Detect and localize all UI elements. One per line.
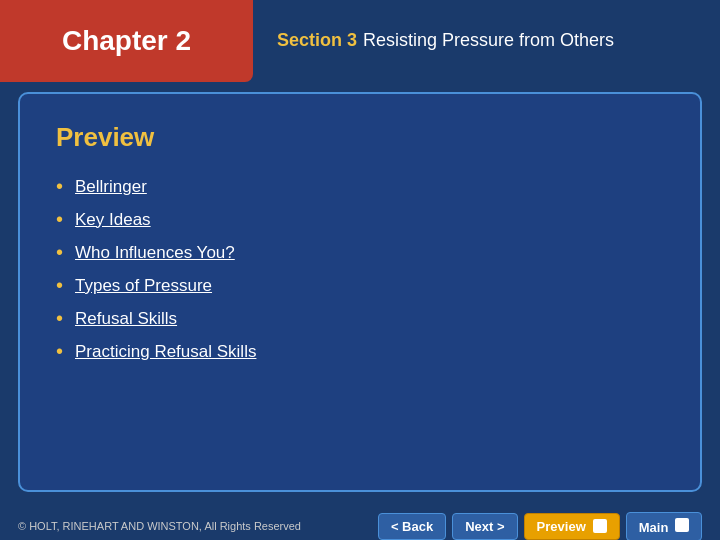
link-who-influences[interactable]: Who Influences You?: [75, 243, 235, 263]
link-bellringer[interactable]: Bellringer: [75, 177, 147, 197]
list-item: • Refusal Skills: [56, 307, 664, 330]
main-content-panel: Preview • Bellringer • Key Ideas • Who I…: [18, 92, 702, 492]
nav-buttons: < Back Next > Preview Main: [378, 512, 702, 541]
bullet-dot: •: [56, 307, 63, 330]
bottom-bar: © HOLT, RINEHART AND WINSTON, All Rights…: [0, 502, 720, 540]
section-number: Section 3: [277, 29, 357, 52]
main-button[interactable]: Main: [626, 512, 702, 541]
main-icon: [675, 518, 689, 532]
bullet-dot: •: [56, 175, 63, 198]
list-item: • Types of Pressure: [56, 274, 664, 297]
list-item: • Bellringer: [56, 175, 664, 198]
chapter-label: Chapter 2: [62, 25, 191, 57]
preview-icon: [593, 519, 607, 533]
bullet-list: • Bellringer • Key Ideas • Who Influence…: [56, 175, 664, 363]
copyright-text: © HOLT, RINEHART AND WINSTON, All Rights…: [18, 520, 301, 532]
next-button[interactable]: Next >: [452, 513, 517, 540]
link-types-of-pressure[interactable]: Types of Pressure: [75, 276, 212, 296]
bullet-dot: •: [56, 241, 63, 264]
section-text: Resisting Pressure from Others: [363, 29, 614, 52]
list-item: • Who Influences You?: [56, 241, 664, 264]
main-button-label: Main: [639, 520, 669, 535]
top-bar: Chapter 2 Section 3 Resisting Pressure f…: [0, 0, 720, 82]
section-title-block: Section 3 Resisting Pressure from Others: [253, 0, 638, 82]
preview-title: Preview: [56, 122, 664, 153]
preview-button[interactable]: Preview: [524, 513, 620, 540]
link-key-ideas[interactable]: Key Ideas: [75, 210, 151, 230]
link-refusal-skills[interactable]: Refusal Skills: [75, 309, 177, 329]
back-button[interactable]: < Back: [378, 513, 446, 540]
bullet-dot: •: [56, 274, 63, 297]
list-item: • Practicing Refusal Skills: [56, 340, 664, 363]
list-item: • Key Ideas: [56, 208, 664, 231]
bullet-dot: •: [56, 208, 63, 231]
link-practicing-refusal-skills[interactable]: Practicing Refusal Skills: [75, 342, 256, 362]
preview-button-label: Preview: [537, 519, 586, 534]
bullet-dot: •: [56, 340, 63, 363]
chapter-badge: Chapter 2: [0, 0, 253, 82]
